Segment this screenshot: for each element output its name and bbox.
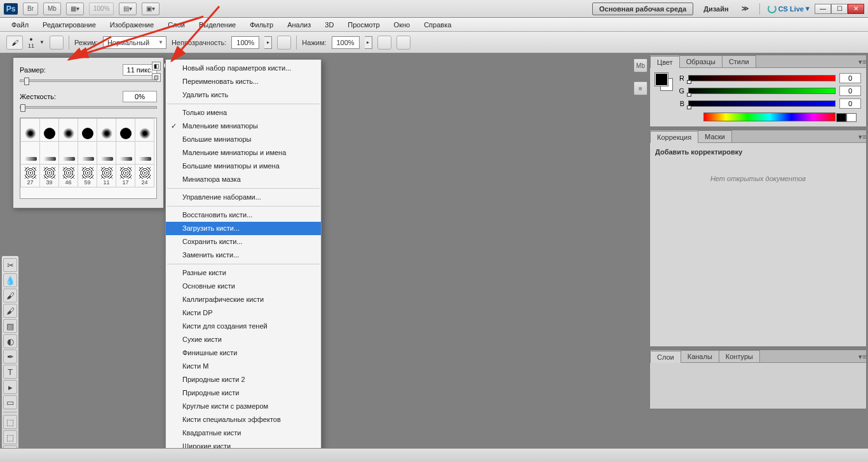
bridge-button[interactable]: Br — [23, 3, 38, 15]
brush-thumb[interactable]: 17 — [116, 165, 135, 187]
menu-item[interactable]: Новый набор параметров кисти... — [166, 62, 321, 75]
brush-panel-toggle[interactable] — [50, 36, 64, 50]
crop-tool[interactable]: ✂ — [3, 258, 17, 272]
g-value[interactable]: 0 — [839, 86, 861, 96]
menu-item[interactable]: Сохранить кисти... — [166, 235, 321, 248]
menu-item[interactable]: Природные кисти 2 — [166, 373, 321, 386]
tab-color[interactable]: Цвет — [650, 56, 680, 68]
menu-item[interactable]: Каллиграфические кисти — [166, 293, 321, 306]
menu-Слои[interactable]: Слои — [161, 19, 191, 31]
g-slider[interactable] — [688, 88, 836, 94]
size-slider[interactable] — [20, 79, 157, 82]
menu-item[interactable]: Миниатюра мазка — [166, 173, 321, 186]
menu-item[interactable]: Большие миниатюры — [166, 133, 321, 146]
menu-item[interactable]: Разные кисти — [166, 266, 321, 280]
menu-Файл[interactable]: Файл — [5, 19, 35, 31]
tab-adjustments[interactable]: Коррекция — [650, 131, 698, 143]
menu-Анализ[interactable]: Анализ — [281, 19, 317, 31]
menu-Изображение[interactable]: Изображение — [104, 19, 160, 31]
flow-flyout-icon[interactable]: ▸ — [365, 36, 372, 49]
spectrum-ramp[interactable] — [703, 112, 836, 121]
arrange-docs-button[interactable]: ▤▾ — [119, 3, 137, 15]
menu-item[interactable]: Финишные кисти — [166, 346, 321, 360]
path-select-tool[interactable]: ▸ — [3, 380, 17, 394]
flow-value[interactable]: 100% — [332, 36, 360, 49]
r-value[interactable]: 0 — [839, 73, 861, 83]
brush-tool[interactable]: 🖌 — [3, 289, 17, 302]
b-slider[interactable] — [688, 100, 836, 107]
menu-item[interactable]: Переименовать кисть... — [166, 75, 321, 88]
tab-styles[interactable]: Стили — [722, 55, 756, 67]
opacity-flyout-icon[interactable]: ▸ — [264, 36, 272, 49]
workspace-switcher[interactable]: Основная рабочая среда — [592, 3, 693, 15]
menu-item[interactable]: Управление наборами... — [166, 191, 321, 204]
menu-item[interactable]: Круглые кисти с размером — [166, 400, 321, 413]
shape-tool[interactable]: ▭ — [3, 395, 17, 409]
color-swatch-pair[interactable] — [655, 73, 672, 90]
size-pressure-toggle[interactable] — [397, 36, 410, 50]
brush-thumb[interactable]: 46 — [59, 165, 78, 187]
opacity-pressure-toggle[interactable] — [277, 36, 291, 50]
tab-masks[interactable]: Маски — [698, 130, 732, 142]
menu-item[interactable]: Заменить кисти... — [166, 248, 321, 262]
hardness-value[interactable]: 0% — [123, 91, 157, 102]
menu-Редактирование[interactable]: Редактирование — [36, 19, 102, 31]
screen-mode-button[interactable]: ▣▾ — [142, 3, 159, 15]
menu-item[interactable]: Квадратные кисти — [166, 426, 321, 440]
pen-tool[interactable]: ✒ — [3, 350, 17, 363]
panel-menu-icon[interactable]: ▾≡ — [856, 351, 866, 362]
hardness-slider[interactable] — [20, 106, 157, 109]
brush-thumb[interactable]: 27 — [21, 165, 40, 187]
menu-item[interactable]: Основные кисти — [166, 280, 321, 293]
menu-item[interactable]: Кисти M — [166, 360, 321, 373]
airbrush-toggle[interactable] — [377, 36, 391, 50]
tab-layers[interactable]: Слои — [650, 351, 681, 363]
menu-item[interactable]: Кисти для создания теней — [166, 320, 321, 333]
menu-item[interactable]: Большие миниатюры и имена — [166, 160, 321, 173]
brush-thumb[interactable]: 11 — [97, 165, 116, 187]
history-brush-tool[interactable]: 🖌 — [3, 304, 17, 318]
menu-item[interactable]: Кисти DP — [166, 306, 321, 320]
opacity-value[interactable]: 100% — [231, 36, 259, 49]
menu-3D[interactable]: 3D — [318, 19, 340, 31]
zoom-level[interactable]: 100% — [89, 3, 114, 15]
eyedropper-tool[interactable]: 💧 — [3, 273, 17, 287]
minibridge-button[interactable]: Mb — [43, 3, 61, 15]
workspace-more-icon[interactable]: ≫ — [739, 2, 752, 15]
type-tool[interactable]: T — [3, 365, 17, 379]
menu-item[interactable]: Кисти специальных эффектов — [166, 413, 321, 426]
brush-thumbnails[interactable]: 27394659111724 — [20, 118, 157, 199]
3d-camera-tool[interactable]: ⬚ — [3, 430, 17, 444]
tab-swatches[interactable]: Образцы — [679, 55, 722, 67]
minimize-button[interactable]: — — [815, 4, 831, 14]
r-slider[interactable] — [688, 75, 836, 81]
menu-Фильтр[interactable]: Фильтр — [243, 19, 280, 31]
panel-menu-icon[interactable]: ▾≡ — [856, 57, 866, 67]
close-button[interactable]: ✕ — [848, 4, 864, 14]
menu-Окно[interactable]: Окно — [388, 19, 417, 31]
menu-item[interactable]: Восстановить кисти... — [166, 208, 321, 222]
tab-paths[interactable]: Контуры — [719, 350, 760, 362]
menu-item[interactable]: Сухие кисти — [166, 333, 321, 346]
menu-item[interactable]: Удалить кисть — [166, 88, 321, 102]
menu-item[interactable]: Загрузить кисти... — [166, 222, 321, 235]
menu-item[interactable]: Маленькие миниатюры — [166, 119, 321, 133]
menu-Справка[interactable]: Справка — [417, 19, 458, 31]
brush-thumb[interactable]: 24 — [135, 165, 154, 187]
new-preset-icon[interactable]: ◧ — [152, 62, 161, 71]
mode-select[interactable]: Нормальный — [103, 36, 166, 49]
current-tool-icon[interactable]: 🖌 — [6, 36, 23, 50]
b-value[interactable]: 0 — [839, 99, 861, 109]
menu-Просмотр[interactable]: Просмотр — [341, 19, 386, 31]
menu-Выделение[interactable]: Выделение — [193, 19, 242, 31]
maximize-button[interactable]: ☐ — [831, 4, 848, 14]
menu-item[interactable]: Маленькие миниатюры и имена — [166, 146, 321, 160]
view-extras-button[interactable]: ▦▾ — [66, 3, 84, 15]
minibridge-tray-icon[interactable]: Mb — [634, 58, 648, 72]
cs-live-button[interactable]: CS Live▾ — [768, 4, 810, 13]
tab-channels[interactable]: Каналы — [681, 350, 719, 362]
dropdown-icon[interactable]: ▼ — [39, 39, 44, 45]
menu-item[interactable]: Только имена — [166, 106, 321, 119]
brush-thumb[interactable]: 59 — [78, 165, 97, 187]
menu-item[interactable]: Природные кисти — [166, 386, 321, 400]
